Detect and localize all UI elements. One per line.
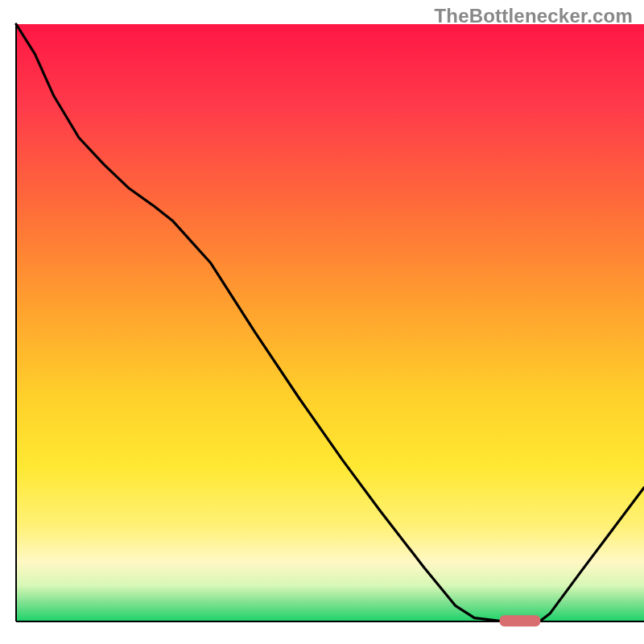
minimum-marker <box>500 615 541 626</box>
watermark-label: TheBottlenecker.com <box>434 5 633 27</box>
gradient-plot <box>0 0 644 644</box>
chart-container: TheBottlenecker.com <box>0 0 644 644</box>
gradient-background <box>16 24 644 621</box>
